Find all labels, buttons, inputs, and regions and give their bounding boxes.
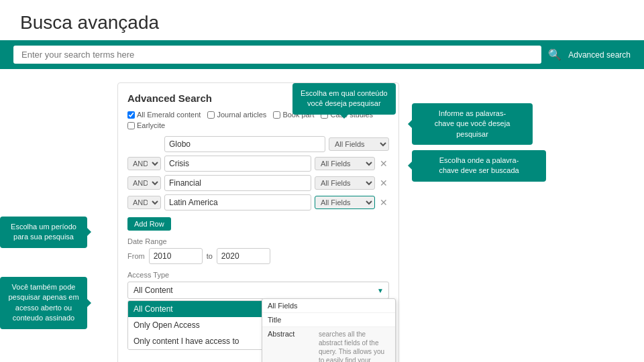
search-input-1[interactable] bbox=[164, 136, 325, 152]
advanced-search-link[interactable]: Advanced search bbox=[568, 50, 631, 60]
annotation-access: Você também pode pesquisar apenas em ace… bbox=[0, 277, 87, 329]
remove-row-2[interactable]: ✕ bbox=[378, 158, 389, 169]
search-row-2: ANDORNOT All Fields ✕ bbox=[127, 156, 389, 172]
add-row-button[interactable]: Add Row bbox=[127, 217, 171, 231]
checkbox-journal[interactable]: Journal articles bbox=[207, 111, 266, 119]
access-type-label: Access Type bbox=[127, 271, 389, 279]
operator-select-2[interactable]: ANDORNOT bbox=[127, 157, 161, 170]
field-select-2[interactable]: All Fields bbox=[315, 157, 375, 170]
field-select-4[interactable]: All Fields bbox=[315, 196, 375, 209]
tooltip-content-choice: Escolha em qual conteúdo você deseja pes… bbox=[292, 83, 396, 115]
tooltip-field-choice: Escolha onde a palavra- chave deve ser b… bbox=[412, 150, 546, 182]
field-select-3[interactable]: All Fields bbox=[315, 176, 375, 190]
top-search-bar: 🔍 Advanced search bbox=[0, 40, 644, 69]
date-inputs: From to bbox=[127, 248, 389, 264]
remove-row-3[interactable]: ✕ bbox=[378, 178, 389, 188]
search-icon[interactable]: 🔍 bbox=[548, 48, 561, 61]
field-popup-item-abstract[interactable]: Abstract searches all the abstract field… bbox=[262, 327, 395, 362]
remove-row-4[interactable]: ✕ bbox=[378, 197, 389, 208]
date-range-section: Date Range From to bbox=[127, 237, 389, 264]
page-title: Busca avançada bbox=[0, 0, 644, 40]
date-range-label: Date Range bbox=[127, 237, 389, 245]
field-popup-item-title[interactable]: Title bbox=[262, 313, 395, 327]
top-search-input[interactable] bbox=[13, 46, 541, 64]
search-input-2[interactable] bbox=[164, 156, 311, 172]
search-row-1: All Fields bbox=[127, 136, 389, 152]
checkbox-all-emerald[interactable]: All Emerald content bbox=[127, 111, 201, 119]
access-type-select[interactable]: All Content Only Open Access Only conten… bbox=[127, 282, 389, 299]
search-row-3: ANDORNOT All Fields ✕ bbox=[127, 175, 389, 191]
field-select-1[interactable]: All Fields bbox=[329, 137, 389, 151]
operator-select-3[interactable]: ANDORNOT bbox=[127, 176, 161, 190]
main-content: Escolha um período para sua pesquisa Voc… bbox=[0, 82, 644, 362]
search-rows: All Fields ANDORNOT All Fields ✕ ANDORNO… bbox=[127, 136, 389, 210]
from-label: From bbox=[127, 252, 145, 260]
to-label: to bbox=[207, 252, 213, 260]
date-to-input[interactable] bbox=[217, 248, 270, 264]
field-popup: All Fields Title Abstract searches all t… bbox=[262, 298, 396, 362]
search-row-4: ANDORNOT All Fields ✕ All Fields Title bbox=[127, 194, 389, 210]
checkbox-earlycite[interactable]: Earlycite bbox=[127, 121, 165, 129]
operator-select-4[interactable]: ANDORNOT bbox=[127, 196, 161, 209]
search-input-3[interactable] bbox=[164, 175, 311, 191]
date-from-input[interactable] bbox=[149, 248, 203, 264]
search-input-4[interactable] bbox=[164, 194, 311, 210]
tooltip-keywords: Informe as palavras- chave que você dese… bbox=[412, 103, 533, 145]
advanced-search-panel: Escolha em qual conteúdo você deseja pes… bbox=[117, 82, 399, 362]
field-popup-item-allfields[interactable]: All Fields bbox=[262, 299, 395, 313]
access-select-wrapper: All Content Only Open Access Only conten… bbox=[127, 282, 389, 299]
annotation-period: Escolha um período para sua pesquisa bbox=[0, 217, 87, 248]
